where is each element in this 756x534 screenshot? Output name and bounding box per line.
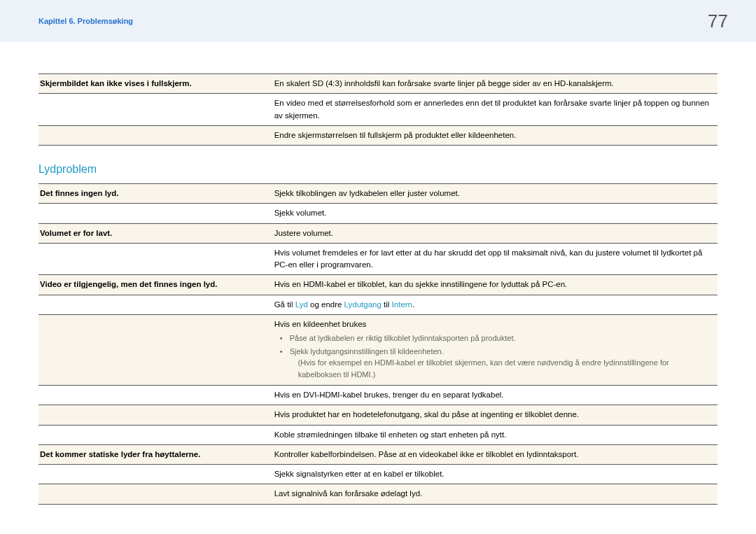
issue-label-empty [38, 465, 273, 484]
table-row: Hvis produktet har en hodetelefonutgang,… [38, 405, 718, 425]
issue-label: Volumet er for lavt. [38, 223, 273, 243]
highlight-term: Lyd [295, 300, 308, 309]
table-row: Endre skjermstørrelsen til fullskjerm på… [38, 125, 718, 145]
text: . [412, 300, 414, 309]
issue-label-empty [38, 94, 273, 126]
list-item: Sjekk lydutgangsinnstillingen til kildee… [283, 346, 712, 381]
issue-solution: Hvis en HDMI-kabel er tilkoblet, kan du … [273, 275, 718, 295]
text: Sjekk lydutgangsinnstillingen til kildee… [290, 347, 444, 356]
page-header: Kapittel 6. Problemsøking 77 [0, 0, 756, 42]
issue-solution: Sjekk volumet. [273, 204, 718, 223]
page-number: 77 [708, 8, 728, 35]
table-row: Skjermbildet kan ikke vises i fullskjerm… [38, 74, 718, 94]
issue-label-empty [38, 314, 273, 385]
table-row: Hvis volumet fremdeles er for lavt etter… [38, 243, 718, 275]
issue-label-empty [38, 484, 273, 504]
issue-label: Det finnes ingen lyd. [38, 184, 273, 204]
issue-solution: Lavt signalnivå kan forårsake ødelagt ly… [273, 484, 718, 504]
intro-text: Hvis en kildeenhet brukes [274, 320, 367, 328]
issue-label: Det kommer statiske lyder fra høyttalern… [38, 444, 273, 464]
parenthetical-text: (Hvis for eksempel en HDMI-kabel er tilk… [290, 357, 712, 380]
issue-solution: Hvis volumet fremdeles er for lavt etter… [273, 243, 718, 275]
troubleshoot-table-sound: Det finnes ingen lyd. Sjekk tilkoblingen… [38, 183, 718, 505]
issue-label: Video er tilgjengelig, men det finnes in… [38, 275, 273, 295]
table-row: Volumet er for lavt. Justere volumet. [38, 223, 718, 243]
issue-solution: Koble strømledningen tilbake til enheten… [273, 425, 718, 444]
issue-label-empty [38, 125, 273, 145]
issue-solution: Sjekk signalstyrken etter at en kabel er… [273, 465, 718, 484]
issue-solution: Hvis produktet har en hodetelefonutgang,… [273, 405, 718, 425]
table-row: En video med et størrelsesforhold som er… [38, 94, 718, 126]
section-heading: Lydproblem [38, 161, 718, 178]
table-row: Hvis en DVI-HDMI-kabel brukes, trenger d… [38, 386, 718, 405]
table-row: Sjekk volumet. [38, 204, 718, 223]
table-row: Gå til Lyd og endre Lydutgang til Intern… [38, 295, 718, 314]
issue-label: Skjermbildet kan ikke vises i fullskjerm… [38, 74, 273, 94]
list-item: Påse at lydkabelen er riktig tilkoblet l… [283, 332, 712, 344]
issue-solution: Endre skjermstørrelsen til fullskjerm på… [273, 125, 718, 145]
issue-label-empty [38, 295, 273, 314]
troubleshoot-table-screen: Skjermbildet kan ikke vises i fullskjerm… [38, 73, 718, 146]
highlight-term: Lydutgang [344, 300, 382, 309]
issue-label-empty [38, 204, 273, 223]
issue-label-empty [38, 386, 273, 405]
issue-solution: Sjekk tilkoblingen av lydkabelen eller j… [273, 184, 718, 204]
issue-label-empty [38, 425, 273, 444]
table-row: Sjekk signalstyrken etter at en kabel er… [38, 465, 718, 484]
issue-solution: Kontroller kabelforbindelsen. Påse at en… [273, 444, 718, 464]
issue-solution: Justere volumet. [273, 223, 718, 243]
table-row: Det kommer statiske lyder fra høyttalern… [38, 444, 718, 464]
issue-solution: Hvis en DVI-HDMI-kabel brukes, trenger d… [273, 386, 718, 405]
text: og endre [308, 300, 344, 309]
issue-solution: Hvis en kildeenhet brukes Påse at lydkab… [273, 314, 718, 385]
text: Gå til [274, 300, 295, 309]
issue-solution: Gå til Lyd og endre Lydutgang til Intern… [273, 295, 718, 314]
issue-solution: En skalert SD (4:3) innholdsfil kan forå… [273, 74, 718, 94]
bullet-list: Påse at lydkabelen er riktig tilkoblet l… [274, 332, 712, 380]
text: til [382, 300, 392, 309]
highlight-term: Intern [392, 300, 412, 309]
table-row: Video er tilgjengelig, men det finnes in… [38, 275, 718, 295]
issue-label-empty [38, 405, 273, 425]
issue-label-empty [38, 243, 273, 275]
page-content: Skjermbildet kan ikke vises i fullskjerm… [0, 42, 756, 526]
table-row: Koble strømledningen tilbake til enheten… [38, 425, 718, 444]
table-row: Hvis en kildeenhet brukes Påse at lydkab… [38, 314, 718, 385]
chapter-label: Kapittel 6. Problemsøking [38, 15, 133, 27]
table-row: Det finnes ingen lyd. Sjekk tilkoblingen… [38, 184, 718, 204]
issue-solution: En video med et størrelsesforhold som er… [273, 94, 718, 126]
table-row: Lavt signalnivå kan forårsake ødelagt ly… [38, 484, 718, 504]
